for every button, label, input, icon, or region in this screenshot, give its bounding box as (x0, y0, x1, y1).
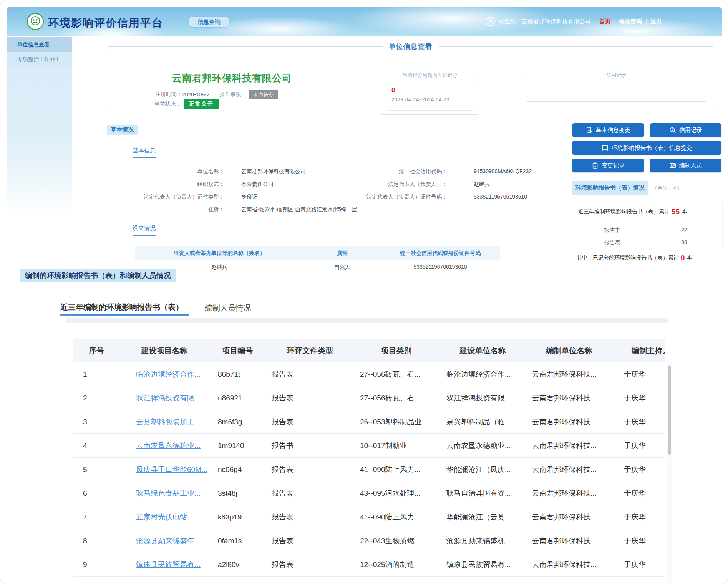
breakdown-value: 33 (681, 239, 687, 245)
divider-line (439, 46, 713, 47)
change-record-button[interactable]: 变更记录 (572, 159, 644, 172)
button-label: 变更记录 (602, 162, 625, 169)
project-link[interactable]: 镇康县民族贸易有... (120, 553, 209, 576)
table-cell (73, 577, 120, 584)
project-link[interactable]: 耿马绿色食品工业... (120, 481, 209, 505)
button-label: 信用记录 (679, 127, 702, 134)
credit-record-panel: 信用记录 (526, 75, 706, 102)
table-cell: 镇康县民族贸易有... (439, 553, 526, 576)
breakdown-label: 报告表 (604, 239, 620, 246)
table-cell: 于庆华 (612, 505, 665, 529)
table-cell (209, 577, 267, 584)
column-header: 编制主持人 (612, 339, 665, 362)
table-row: 4云南农垦永德糖业...1m9140报告书10--017制糖业云南农垦永德糖业.… (73, 434, 665, 458)
score-panel: 当前记分周期内失信记分 0 2023-04-24~2024-04-23 (381, 75, 479, 115)
table-cell: 12--025酒的制造 (353, 553, 439, 576)
scrollbar-thumb[interactable] (668, 366, 671, 455)
project-link[interactable]: 云县塑料包装加工... (120, 410, 209, 433)
table-row: 1临沧边境经济合作...86b71t报告表27--056砖瓦、石...临沧边境经… (73, 362, 665, 386)
table-cell: nc06g4 (209, 458, 267, 481)
table-cell: 5 (73, 458, 120, 481)
basic-info-change-button[interactable]: 基本信息变更 (572, 123, 644, 137)
status-line: 当前状态： 正常公开 (154, 99, 219, 109)
field-label: 法定代表人（负责人）证件号码： (338, 192, 447, 201)
table-cell: 华能澜沧江（云县... (439, 505, 526, 529)
table-cell: 于庆华 (612, 458, 665, 481)
table-cell: 43--095污水处理... (353, 481, 439, 505)
report-info-submit-button[interactable]: 环境影响报告书（表）信息提交 (572, 141, 721, 155)
sub-value: 0 (681, 254, 685, 262)
nav-separator: | (594, 18, 596, 25)
header-user-area: 欢迎您！云南君邦环保科技有限公司 | 首页 | 修改密码 | 退出 (485, 7, 662, 36)
table-cell: 27--056砖瓦、石... (353, 386, 439, 410)
table-row: 3云县塑料包装加工...8m6f3g报告表26--053塑料制品业泉兴塑料制品（… (73, 410, 665, 434)
table-cell: 3 (73, 410, 120, 433)
tab-basic-info[interactable]: 基本信息 (133, 147, 156, 158)
sidebar-item-special-rectification[interactable]: 专项整治工作补正 (7, 52, 72, 66)
sidebar: 单位信息查看 专项整治工作补正 (7, 37, 72, 218)
field-label: 统一社会信用代码： (338, 167, 447, 175)
staff-button[interactable]: 编制人员 (650, 159, 721, 172)
field-value: 533521196706193610 (474, 192, 527, 201)
credit-record-button[interactable]: 信用记录 (650, 123, 721, 137)
column-header: 出资人或者举办单位等的名称（姓名） (135, 246, 304, 260)
nav-link-home[interactable]: 首页 (599, 18, 611, 25)
table-cell: 7 (73, 505, 120, 529)
tab-setup-info[interactable]: 设立情况 (133, 225, 156, 236)
table-row: 6耿马绿色食品工业...3st48j报告表43--095污水处理...耿马自治县… (73, 481, 665, 505)
welcome-text: 欢迎您！云南君邦环保科技有限公司 (499, 18, 591, 25)
button-label: 编制人员 (679, 162, 702, 169)
tab-recent-reports[interactable]: 近三年编制的环境影响报告书（表） (60, 302, 183, 313)
id-card-icon (669, 162, 676, 169)
table-cell: 报告书 (267, 434, 353, 457)
project-link[interactable]: 沧源县勐来锦盛年... (120, 529, 209, 553)
field-label: 法定代表人（负责人）： (338, 180, 447, 188)
table-cell: 4 (73, 434, 120, 457)
table-cell: 云南君邦环保科技... (526, 553, 612, 576)
table-cell: 报告表 (267, 410, 353, 433)
project-link[interactable]: 五家村光伏电站 (120, 505, 209, 529)
project-link[interactable]: 凤庆县干口华能60M... (120, 458, 209, 481)
table-cell: k83p19 (209, 505, 267, 529)
button-label: 环境影响报告书（表）信息提交 (612, 144, 692, 152)
table-cell: 于庆华 (612, 529, 665, 553)
sidebar-item-unit-info[interactable]: 单位信息查看 (7, 37, 72, 52)
column-header: 序号 (73, 339, 120, 362)
section-divider-strip (66, 318, 668, 323)
table-cell: 8m6f3g (209, 410, 267, 433)
project-link[interactable]: 双江祥鸿投资有限... (120, 386, 209, 410)
table-cell (267, 577, 353, 584)
table-cell: 华能澜沧江（凤庆... (439, 458, 526, 481)
platform-title: 环境影响评价信用平台 (48, 16, 163, 30)
table-cell: 533521196706193610 (381, 260, 500, 274)
table-cell: 临沧边境经济合作... (439, 362, 526, 386)
status-badge: 正常公开 (184, 99, 219, 109)
table-cell: 41--090陆上风力... (353, 458, 439, 481)
table-cell: 报告表 (267, 458, 353, 481)
setup-table-header: 出资人或者举办单位等的名称（姓名） 属性 统一社会信用代码或身份证件号码 (135, 246, 500, 260)
table-scrollbar[interactable] (667, 363, 672, 584)
table-cell: 云南君邦环保科技... (526, 386, 612, 410)
score-period: 2023-04-24~2024-04-23 (391, 97, 468, 103)
report-total-line: 近三年编制环境影响报告书（表）累计55本 (578, 208, 687, 216)
table-cell: u86921 (209, 386, 267, 410)
project-link[interactable]: 临沧边境经济合作... (120, 362, 209, 386)
project-link[interactable]: 云南农垦永德糖业... (120, 434, 209, 457)
field-label: 组织形式： (116, 180, 224, 188)
tab-staff-info[interactable]: 编制人员情况 (205, 303, 251, 313)
table-cell: 报告表 (267, 362, 353, 386)
app-header: 环境影响评价信用平台 信息查询 欢迎您！云南君邦环保科技有限公司 | 首页 | … (7, 7, 722, 36)
operation-label: 操作事项： (220, 91, 247, 98)
table-row: 5凤庆县干口华能60M...nc06g4报告表41--090陆上风力...华能澜… (73, 458, 665, 481)
book-icon (602, 144, 609, 151)
info-query-button[interactable]: 信息查询 (189, 17, 229, 27)
field-label: 住所： (116, 205, 224, 213)
nav-link-change-password[interactable]: 修改密码 (619, 18, 642, 25)
column-header: 属性 (304, 246, 381, 260)
nav-link-logout[interactable]: 退出 (650, 18, 662, 25)
table-row: 8沧源县勐来锦盛年...0fam1s报告表22--043生物质燃...沧源县勐来… (73, 529, 665, 553)
table-row-partial (73, 577, 665, 584)
table-cell: 报告表 (267, 386, 353, 410)
field-value: 赵继兵 (474, 180, 490, 188)
projects-table-body: 1临沧边境经济合作...86b71t报告表27--056砖瓦、石...临沧边境经… (73, 362, 665, 584)
